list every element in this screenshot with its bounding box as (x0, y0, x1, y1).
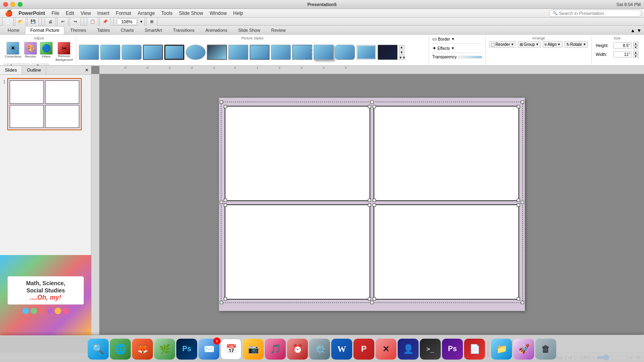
dock-imovie[interactable]: 👤 (398, 339, 419, 360)
pic-style-5[interactable] (164, 45, 184, 60)
width-stepper[interactable]: ▲ ▼ (633, 51, 638, 58)
toolbar-btn-open[interactable]: 📂 (15, 16, 26, 27)
tab-transitions[interactable]: Transitions (168, 26, 200, 34)
cell3-handle-tr[interactable] (368, 204, 371, 207)
group-btn[interactable]: ⊞ Group ▼ (518, 41, 541, 48)
search-input[interactable] (559, 11, 638, 16)
cell1-handle-tl[interactable] (224, 105, 227, 108)
cell4-handle-bl[interactable] (373, 297, 376, 300)
height-input[interactable] (613, 42, 632, 49)
tab-slide-show[interactable]: Slide Show (233, 26, 266, 34)
align-btn[interactable]: ≡ Align ▼ (543, 41, 563, 48)
toolbar-btn-print[interactable]: 🖨 (45, 16, 56, 27)
menu-file[interactable]: File (48, 10, 62, 17)
transparency-slider[interactable] (458, 56, 482, 58)
cell2-handle-tr[interactable] (517, 105, 520, 108)
pic-style-3[interactable] (122, 45, 142, 60)
transparency-btn[interactable]: Transparency (432, 55, 482, 59)
reorder-btn[interactable]: ⬚ Reorder ▼ (489, 41, 516, 48)
toolbar-btn-copy[interactable]: 📋 (87, 16, 98, 27)
dock-word[interactable]: W (331, 339, 352, 360)
compress-btn[interactable]: ⬇ Compress (4, 64, 30, 66)
cell2-handle-br[interactable] (517, 199, 520, 202)
image-cell-1[interactable] (225, 106, 370, 201)
dock-folder[interactable]: 📁 (491, 339, 512, 360)
handle-mr[interactable] (521, 201, 524, 204)
toolbar-btn-paste[interactable]: 📌 (99, 16, 111, 27)
tab-format-picture[interactable]: Format Picture (25, 26, 64, 34)
dock-launchpad[interactable]: 🚀 (513, 339, 534, 360)
pic-style-up[interactable]: ▲ (399, 45, 405, 49)
corrections-btn[interactable]: ☀ Corrections (4, 41, 22, 63)
zoom-down-btn[interactable]: ▼ (138, 16, 145, 27)
dock-iphoto[interactable]: 📷 (243, 339, 264, 360)
tab-themes[interactable]: Themes (65, 26, 91, 34)
rotate-dropdown[interactable]: ▼ (583, 43, 586, 46)
dock-calendar[interactable]: 📅 (221, 339, 242, 360)
tab-tables[interactable]: Tables (92, 26, 115, 34)
pic-style-6[interactable] (186, 45, 206, 60)
menu-tools[interactable]: Tools (158, 10, 176, 17)
pic-style-14[interactable] (356, 45, 376, 60)
handle-tl[interactable] (220, 101, 223, 104)
tab-smartart[interactable]: SmartArt (139, 26, 167, 34)
image-cell-4[interactable] (374, 204, 519, 300)
border-dropdown-icon[interactable]: ▼ (451, 37, 455, 41)
menu-window[interactable]: Window (206, 10, 230, 17)
menu-view[interactable]: View (77, 10, 94, 17)
remove-background-btn[interactable]: ✂ RemoveBackground (55, 41, 74, 63)
cell4-handle-br[interactable] (517, 297, 520, 300)
menu-slideshow[interactable]: Slide Show (176, 10, 206, 17)
minimize-button[interactable] (10, 2, 15, 7)
menu-insert[interactable]: Insert (94, 10, 113, 17)
pic-style-4[interactable] (143, 45, 163, 60)
handle-bl[interactable] (220, 301, 223, 304)
dock-terminal[interactable]: >_ (420, 339, 441, 360)
slide-thumb-1[interactable] (7, 78, 82, 130)
dock-photoshop[interactable]: Ps (176, 339, 197, 360)
pic-style-7-active[interactable] (207, 45, 227, 60)
reset-btn[interactable]: ↺ Reset (31, 64, 49, 66)
rotate-btn[interactable]: ↻ Rotate ▼ (564, 41, 588, 48)
tab-slides[interactable]: Slides (0, 66, 22, 74)
handle-br[interactable] (521, 301, 524, 304)
effects-btn[interactable]: ✦ Effects ▼ (432, 45, 482, 51)
dock-itunes[interactable]: 🎵 (265, 339, 286, 360)
apple-menu[interactable]: 🍎 (2, 9, 15, 17)
cell4-handle-tr[interactable] (517, 204, 520, 207)
pic-style-13[interactable] (335, 45, 355, 60)
handle-ml[interactable] (220, 201, 223, 204)
dock-trash[interactable]: 🗑 (535, 339, 556, 360)
pic-style-11[interactable] (292, 45, 312, 60)
cell1-handle-br[interactable] (368, 199, 371, 202)
recolor-btn[interactable]: 🎨 Recolor (23, 41, 38, 63)
height-down[interactable]: ▼ (633, 45, 638, 49)
menu-arrange[interactable]: Arrange (134, 10, 158, 17)
close-button[interactable] (3, 2, 8, 7)
pic-style-1[interactable] (79, 45, 99, 60)
dock-system-prefs[interactable]: ⚙️ (309, 339, 330, 360)
menu-format[interactable]: Format (113, 10, 134, 17)
traffic-lights[interactable] (3, 2, 23, 7)
toolbar-btn-undo[interactable]: ↩ (57, 16, 68, 27)
pic-style-expand[interactable]: ▼▼ (399, 56, 405, 60)
tab-home[interactable]: Home (2, 26, 25, 34)
pic-style-8[interactable] (228, 45, 248, 60)
search-bar[interactable]: 🔍 (549, 10, 642, 17)
dock-keynote[interactable]: ✕ (376, 339, 396, 360)
toolbar-btn-save[interactable]: 💾 (27, 16, 39, 27)
dock-powerpoint[interactable]: P (353, 339, 374, 360)
zoom-value[interactable]: 108% (117, 19, 137, 25)
width-input[interactable] (613, 51, 632, 58)
tab-outline[interactable]: Outline (22, 66, 46, 74)
dock-pse[interactable]: Ps (442, 339, 463, 360)
tab-review[interactable]: Review (266, 26, 291, 34)
filters-btn[interactable]: 🔵 Filters (39, 41, 54, 63)
effects-dropdown-icon[interactable]: ▼ (451, 46, 454, 50)
slide-canvas[interactable] (219, 98, 525, 311)
tab-animations[interactable]: Animations (200, 26, 232, 34)
cell2-handle-tl[interactable] (373, 105, 376, 108)
toolbar-btn-new[interactable]: 📄 (2, 16, 14, 27)
dock-mail[interactable]: ✉️ 6 (198, 339, 219, 360)
ribbon-collapse[interactable]: ▲ ▼ (630, 28, 642, 34)
